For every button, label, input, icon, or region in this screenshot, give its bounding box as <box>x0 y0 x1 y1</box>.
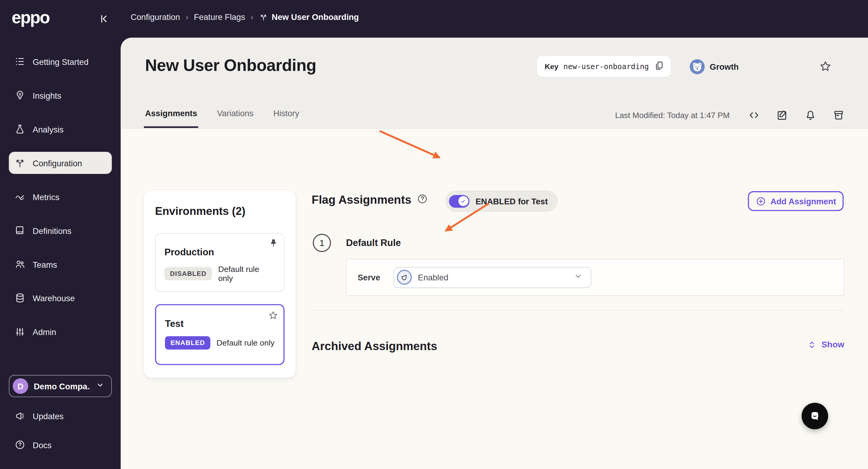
sidebar-item-label: Metrics <box>33 192 59 201</box>
archive-icon[interactable] <box>833 109 845 121</box>
trend-icon <box>14 191 26 202</box>
tab-history[interactable]: History <box>273 109 299 128</box>
breadcrumb: Configuration › Feature Flags › New User… <box>131 12 359 22</box>
sidebar-item-label: Docs <box>33 440 52 449</box>
flag-assignments-heading: Flag Assignments <box>312 194 428 207</box>
header-actions: Last Modified: Today at 1:47 PM <box>615 109 845 121</box>
sidebar-item-label: Teams <box>33 260 57 269</box>
bear-icon <box>690 59 705 74</box>
list-icon <box>14 56 26 67</box>
book-icon <box>14 225 26 236</box>
sidebar-item-label: Getting Started <box>33 57 88 66</box>
plus-circle-icon <box>755 196 766 206</box>
lightbulb-icon <box>14 90 26 101</box>
chat-widget-button[interactable] <box>802 403 828 429</box>
flag-assignments-title: Flag Assignments <box>312 194 411 207</box>
archived-assignments-title: Archived Assignments <box>312 340 437 353</box>
sliders-icon <box>14 326 26 338</box>
help-circle-icon[interactable] <box>417 194 428 207</box>
sidebar-item-insights[interactable]: Insights <box>9 84 112 106</box>
status-badge: ENABLED <box>165 336 211 350</box>
last-modified-text: Last Modified: Today at 1:47 PM <box>615 111 730 119</box>
tab-variations[interactable]: Variations <box>217 109 253 128</box>
star-icon[interactable] <box>268 310 278 321</box>
assignments-content: Environments (2) Production DISABLED Def… <box>121 129 868 469</box>
sidebar-item-label: Configuration <box>33 158 82 168</box>
environment-card-production[interactable]: Production DISABLED Default rule only <box>155 233 284 292</box>
collapse-sidebar-icon[interactable] <box>97 13 110 25</box>
serve-variation-dropdown[interactable]: Enabled <box>394 267 591 288</box>
tab-assignments[interactable]: Assignments <box>145 109 197 128</box>
app-root: eppo Configuration › Feature Flags › New… <box>0 0 868 469</box>
page-header: New User Onboarding Key new-user-onboard… <box>121 38 868 128</box>
split-arrows-icon <box>259 12 268 21</box>
show-archived-button[interactable]: Show <box>807 340 844 350</box>
sidebar-item-label: Admin <box>33 327 56 336</box>
default-rule-title: Default Rule <box>346 237 401 249</box>
chevron-down-icon <box>574 271 583 283</box>
environment-description: Default rule only <box>217 338 275 347</box>
sidebar-item-analysis[interactable]: Analysis <box>9 118 112 140</box>
help-circle-icon <box>14 439 26 450</box>
flask-icon <box>14 123 26 135</box>
add-assignment-button[interactable]: Add Assignment <box>748 191 844 211</box>
sidebar-item-configuration[interactable]: Configuration <box>9 152 112 174</box>
sidebar-item-getting-started[interactable]: Getting Started <box>9 50 112 72</box>
environment-name: Test <box>165 318 275 329</box>
breadcrumb-current: New User Onboarding <box>259 12 359 22</box>
sidebar-item-label: Updates <box>33 411 64 421</box>
flag-key-pill: Key new-user-onboarding <box>537 56 671 77</box>
star-icon[interactable] <box>819 60 832 73</box>
chevron-down-icon <box>96 381 105 392</box>
sidebar: Getting Started Insights Analysis Config… <box>0 38 121 469</box>
edit-icon[interactable] <box>776 109 788 121</box>
copy-icon[interactable] <box>654 60 664 73</box>
sidebar-item-metrics[interactable]: Metrics <box>9 185 112 208</box>
environments-card: Environments (2) Production DISABLED Def… <box>144 190 296 378</box>
breadcrumb-feature-flags[interactable]: Feature Flags <box>194 12 245 22</box>
main-panel: New User Onboarding Key new-user-onboard… <box>121 38 868 469</box>
environments-title: Environments (2) <box>155 205 284 217</box>
bell-icon[interactable] <box>804 109 816 121</box>
chevrons-up-down-icon <box>807 340 816 349</box>
variation-acorn-icon <box>397 270 412 285</box>
key-label: Key <box>545 62 558 70</box>
tab-bar: Assignments Variations History <box>145 109 299 128</box>
flag-enabled-toggle[interactable]: ENABLED for Test <box>446 190 557 211</box>
team-name: Growth <box>710 62 739 71</box>
sidebar-item-label: Definitions <box>33 226 71 235</box>
default-rule-card: Serve Enabled <box>346 259 844 296</box>
environment-card-test[interactable]: Test ENABLED Default rule only <box>155 304 284 365</box>
breadcrumb-configuration[interactable]: Configuration <box>131 12 180 22</box>
check-icon <box>458 196 468 206</box>
megaphone-icon <box>14 410 26 421</box>
sidebar-item-warehouse[interactable]: Warehouse <box>9 287 112 309</box>
sidebar-item-label: Analysis <box>33 124 64 134</box>
sidebar-item-updates[interactable]: Updates <box>9 405 112 427</box>
chat-bubble-icon <box>808 409 822 423</box>
environment-description: Default rule only <box>218 265 275 283</box>
section-divider <box>312 310 844 311</box>
team-badge[interactable]: Growth <box>690 59 739 74</box>
company-avatar: D <box>13 378 28 394</box>
sidebar-item-teams[interactable]: Teams <box>9 253 112 275</box>
top-bar: eppo Configuration › Feature Flags › New… <box>0 0 868 38</box>
key-value: new-user-onboarding <box>563 62 649 71</box>
database-icon <box>14 292 26 303</box>
breadcrumb-separator: › <box>251 12 253 22</box>
company-name: Demo Compa... <box>34 381 90 391</box>
people-icon <box>14 259 26 270</box>
sidebar-item-label: Insights <box>33 91 61 100</box>
split-arrows-icon <box>14 157 26 168</box>
company-selector[interactable]: D Demo Compa... <box>9 375 112 397</box>
toggle-switch[interactable] <box>449 195 470 207</box>
toggle-label: ENABLED for Test <box>476 197 548 206</box>
sidebar-item-label: Warehouse <box>33 293 75 303</box>
pin-icon[interactable] <box>269 238 278 248</box>
sidebar-item-admin[interactable]: Admin <box>9 321 112 343</box>
sidebar-item-docs[interactable]: Docs <box>9 434 112 456</box>
status-badge: DISABLED <box>164 267 212 281</box>
rule-step-number: 1 <box>313 234 331 252</box>
sidebar-item-definitions[interactable]: Definitions <box>9 219 112 241</box>
code-icon[interactable] <box>748 109 760 121</box>
